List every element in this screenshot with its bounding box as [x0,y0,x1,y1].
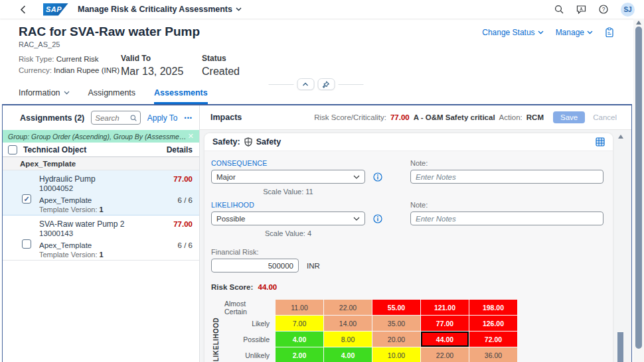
risk-score-label: Risk Score: [211,283,253,291]
technical-object-id: 13000143 [39,229,193,237]
close-icon[interactable]: ✕ [188,132,194,141]
impact-category-label: Safety: [212,137,240,147]
matrix-cell[interactable]: 20.00 [372,332,420,347]
matrix-cell[interactable]: 2.00 [276,347,323,362]
matrix-cell[interactable]: 36.00 [469,347,517,362]
scrollbar-thumb[interactable] [617,332,623,362]
tab-information[interactable]: Information [19,88,70,104]
info-icon[interactable] [373,172,382,182]
tab-label: Assessments [154,88,208,97]
apply-to-button[interactable]: Apply To [147,113,178,123]
divider [338,84,363,85]
matrix-cell[interactable]: 72.00 [469,332,517,347]
matrix-cell[interactable]: 22.00 [421,347,469,362]
matrix-table-icon[interactable] [596,137,605,147]
matrix-cell[interactable]: 8.00 [324,332,372,347]
page-scrollbar[interactable] [633,19,644,362]
template-version-value: 1 [99,206,103,213]
header-facets: Risk Type: Current Risk Currency: Indian… [19,54,283,78]
group-header-row: Apex_Template [3,157,199,170]
assignments-search[interactable] [91,111,140,125]
matrix-y-axis-label: LIKELIHOOD [212,317,220,361]
collapse-header-icon[interactable] [297,78,314,90]
scrollbar-thumb[interactable] [635,27,642,349]
technical-object-name: Hydraulic Pump [39,174,96,184]
matrix-cell[interactable]: 55.00 [372,300,420,315]
save-button[interactable]: Save [553,111,585,123]
manage-button[interactable]: Manage [556,28,593,37]
matrix-cell[interactable]: 4.00 [276,332,323,347]
action-label: Action: [499,113,523,121]
svg-text:?: ? [602,6,605,13]
consequence-label: CONSEQUENCE [211,159,410,167]
info-icon[interactable] [373,214,382,223]
assignments-title: Assignments (2) [20,113,84,123]
cancel-button[interactable]: Cancel [589,111,621,123]
sap-logo: SAP [43,3,68,16]
tab-assessments[interactable]: Assessments [154,88,208,104]
search-icon[interactable] [554,5,564,14]
chevron-down-icon [64,91,70,95]
column-details: Details [167,145,193,154]
matrix-cell[interactable]: 121.00 [421,300,469,315]
impacts-scrollbar[interactable] [617,133,623,362]
matrix-cell[interactable]: 11.00 [276,300,323,315]
assignment-row[interactable]: SVA-Raw water Pump 2 77.00 13000143 Apex… [3,215,199,261]
select-all-checkbox[interactable] [8,145,17,154]
sap-logo-text: SAP [43,5,62,13]
row-checkbox[interactable] [22,194,31,204]
matrix-cell[interactable]: 7.00 [276,316,323,331]
search-input[interactable] [95,114,129,122]
matrix-cell[interactable]: 4.00 [324,347,372,362]
matrix-cell[interactable]: 35.00 [372,316,420,331]
matrix-cell[interactable]: 198.00 [469,300,517,315]
scroll-up-arrow-icon[interactable] [618,135,623,139]
help-icon[interactable]: ? [599,5,608,14]
user-avatar[interactable]: SJ [621,3,635,17]
matrix-cell[interactable]: 126.00 [469,316,517,331]
row-checkbox[interactable] [22,239,31,249]
template-version-value: 1 [99,251,103,259]
matrix-cell-selected[interactable]: 44.00 [421,332,469,347]
matrix-cell[interactable]: 14.00 [324,316,372,331]
likelihood-note-input[interactable] [410,211,604,225]
tab-label: Assignments [88,88,136,97]
likelihood-value: Possible [216,215,245,223]
matrix-cell[interactable]: 22.00 [324,300,372,315]
change-status-button[interactable]: Change Status [482,28,543,37]
scroll-up-arrow-icon[interactable] [636,21,641,25]
overflow-menu-icon[interactable]: ••• [185,115,193,121]
valid-to-value: Mar 13, 2025 [121,66,202,78]
valid-to-label: Valid To [121,54,202,63]
back-icon[interactable] [20,5,26,14]
consequence-select[interactable]: Major [211,170,365,184]
risk-type-value: Current Risk [56,55,99,63]
matrix-cell[interactable]: 10.00 [372,347,420,362]
currency-label: Currency: [19,66,52,74]
risk-score-value: 44.00 [258,283,277,291]
pin-header-icon[interactable] [317,78,335,90]
matrix-cell[interactable]: 77.00 [421,316,469,331]
app-title-menu[interactable]: Manage Risk & Criticality Assessments [78,5,242,14]
object-id: RAC_AS_25 [19,40,60,48]
progress-count: 6 / 6 [178,196,193,204]
consequence-scale-value: Scale Value: 11 [211,188,365,196]
chevron-down-icon [236,7,242,11]
template-version-label: Template Version: [39,206,97,213]
copy-clipboard-icon[interactable] [605,27,614,38]
object-page-tabs: Information Assignments Assessments [19,88,208,104]
assignments-table-header: Technical Object Details [3,143,199,157]
header-anchor-controls [268,78,363,90]
likelihood-select[interactable]: Possible [211,211,365,225]
header-actions: Change Status Manage [482,27,614,38]
tab-assignments[interactable]: Assignments [88,88,136,104]
column-technical-object: Technical Object [23,145,161,154]
criticality-class: A - O&M Safety critical [414,113,495,121]
financial-risk-input[interactable] [211,259,299,272]
search-icon [130,114,137,122]
consequence-note-input[interactable] [410,170,604,184]
assignment-row[interactable]: Hydraulic Pump 77.00 10004052 Apex_Templ… [3,170,199,215]
group-filter-infobar[interactable]: Group: Group Order (Ascending), Group By… [3,130,199,143]
object-page-header: RAC for SVA-Raw water Pump RAC_AS_25 Cha… [0,19,631,104]
feedback-chat-icon[interactable] [576,5,586,14]
